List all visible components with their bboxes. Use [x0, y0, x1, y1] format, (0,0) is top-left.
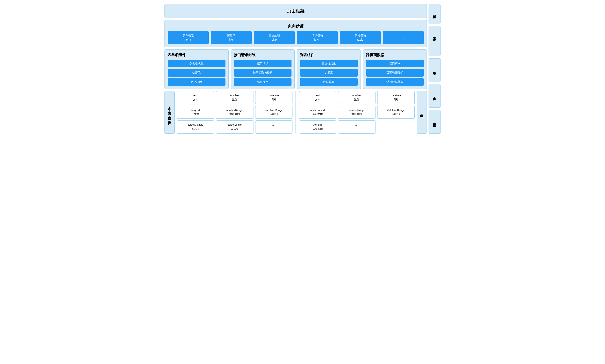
- sidebar-config-mgmt[interactable]: 配置管理: [429, 4, 441, 24]
- table-comp-label: 表格组件: [417, 91, 427, 134]
- sidebar-auth-verify[interactable]: 权限校验: [429, 58, 441, 82]
- type-datetime-range[interactable]: datetimeRange 日期区间: [255, 106, 293, 119]
- list-data-format[interactable]: 数据格式化: [300, 60, 358, 67]
- sidebar-api-config-label: 接口配置化: [432, 121, 437, 123]
- type-longtext[interactable]: longtext 长文本: [177, 106, 214, 119]
- step-table-zh: 表格模块: [341, 33, 379, 38]
- step-more[interactable]: ...: [383, 31, 424, 44]
- cross-result-fetch[interactable]: 结果数据获取: [366, 78, 424, 86]
- page-frame: 页面框架: [164, 4, 427, 18]
- type-select-single[interactable]: selectSingle 单选项: [216, 120, 253, 134]
- list-component-title: 列表组件: [300, 52, 358, 57]
- sidebar-table-comp[interactable]: 表格组件: [429, 84, 441, 108]
- api-request[interactable]: 接口请求: [234, 60, 292, 67]
- type-text[interactable]: text 文本: [177, 91, 214, 104]
- api-result-validate[interactable]: 结果获取与校验: [234, 69, 292, 77]
- type-number[interactable]: number 数值: [216, 91, 253, 104]
- step-form-en: form: [169, 38, 207, 42]
- list-type-datetime-range[interactable]: datetimeRange 日期区间: [377, 106, 415, 119]
- list-type-number-range[interactable]: numberRange 数值区间: [338, 106, 376, 119]
- list-type-text[interactable]: text 文本: [299, 91, 337, 104]
- step-table-en: table: [341, 38, 379, 42]
- list-type-aenum[interactable]: Aenum 选项展示: [299, 120, 337, 134]
- list-type-datetime[interactable]: datetime 日期: [377, 91, 415, 104]
- sidebar-more-extend-label: 更多扩展···: [432, 35, 437, 47]
- outer-wrapper: 页面框架 页面步骤 表单创建 form 筛选项 filter 数据处理 skip: [164, 4, 441, 134]
- step-skip-en: skip: [255, 38, 293, 42]
- type-datetime[interactable]: datetime 日期: [255, 91, 293, 104]
- bottom-left-label: 表单/筛选/数据/组件: [164, 91, 175, 134]
- steps-section-title: 页面步骤: [168, 23, 424, 29]
- right-sidebar: 配置管理 更多扩展··· 权限校验 表格组件 接口配置化: [429, 4, 441, 134]
- step-skip-zh: 数据处理: [255, 33, 293, 38]
- step-form[interactable]: 表单创建 form: [168, 31, 209, 44]
- step-filter-zh: 筛选项: [212, 33, 250, 38]
- list-data-validate[interactable]: 数据校验: [300, 78, 358, 86]
- step-filter[interactable]: 筛选项 filter: [211, 31, 252, 44]
- step-table[interactable]: 表格模块 table: [340, 31, 381, 44]
- step-more-label: ...: [402, 35, 405, 40]
- table-comp-label-text: 表格组件: [419, 111, 424, 113]
- step-skip[interactable]: 数据处理 skip: [254, 31, 295, 44]
- form-data-format[interactable]: 数据格式化: [168, 60, 225, 67]
- list-ui-display[interactable]: UI展示: [300, 69, 358, 77]
- step-filter-en: filter: [212, 38, 250, 42]
- list-type-more[interactable]: ....: [338, 120, 376, 134]
- steps-row: 表单创建 form 筛选项 filter 数据处理 skip 请求模块 fetc…: [168, 31, 424, 44]
- sidebar-table-comp-label: 表格组件: [432, 95, 437, 97]
- sidebar-more-extend[interactable]: 更多扩展···: [429, 26, 441, 56]
- step-fetch-zh: 请求模块: [298, 33, 336, 38]
- vertical-divider: [295, 91, 296, 134]
- form-types-grid: text 文本 number 数值 datetime 日期 longtext 长…: [177, 91, 293, 134]
- step-fetch-en: fetch: [298, 38, 336, 42]
- step-fetch[interactable]: 请求模块 fetch: [297, 31, 338, 44]
- form-component-title: 表单项组件: [168, 52, 225, 57]
- type-select-multiple[interactable]: selectMultiple 多选项: [177, 120, 214, 134]
- page-frame-title: 页面框架: [169, 8, 423, 14]
- form-data-validate[interactable]: 数据校验: [168, 78, 225, 86]
- list-component-box: 列表组件 数据格式化 UI展示 数据校验: [297, 49, 361, 89]
- list-type-multirow-text[interactable]: multirowText 多行文本: [299, 106, 337, 119]
- cross-page-transfer[interactable]: 页面数据传递: [366, 69, 424, 77]
- list-type-number[interactable]: number 数值: [338, 91, 376, 104]
- sidebar-config-mgmt-label: 配置管理: [432, 13, 437, 15]
- type-number-range[interactable]: numberRange 数值区间: [216, 106, 253, 119]
- cross-api-request[interactable]: 接口请求: [366, 60, 424, 67]
- main-content: 页面框架 页面步骤 表单创建 form 筛选项 filter 数据处理 skip: [164, 4, 427, 134]
- page-steps-section: 页面步骤 表单创建 form 筛选项 filter 数据处理 skip 请求模块…: [164, 20, 427, 47]
- cross-page-box: 跨页面数据 接口请求 页面数据传递 结果数据获取: [363, 49, 427, 89]
- step-form-zh: 表单创建: [169, 33, 207, 38]
- type-form-more[interactable]: ....: [255, 120, 293, 134]
- sidebar-auth-verify-label: 权限校验: [432, 69, 437, 71]
- api-component-box: 接口请求封装 接口请求 结果获取与校验 结果展示: [231, 49, 295, 89]
- list-types-grid: text 文本 number 数值 datetime 日期 multirowTe…: [299, 91, 415, 134]
- sidebar-api-config[interactable]: 接口配置化: [429, 110, 441, 134]
- bottom-section: 表单/筛选/数据/组件 text 文本 number 数值 datetime 日…: [164, 91, 427, 134]
- form-component-box: 表单项组件 数据格式化 UI展示 数据校验: [164, 49, 229, 89]
- bottom-left-label-text: 表单/筛选/数据/组件: [167, 105, 172, 120]
- middle-section: 表单项组件 数据格式化 UI展示 数据校验 接口请求封装 接口请求 结果获取与校…: [164, 49, 427, 89]
- form-ui-display[interactable]: UI展示: [168, 69, 225, 77]
- cross-page-title: 跨页面数据: [366, 52, 424, 57]
- api-result-display[interactable]: 结果展示: [234, 78, 292, 86]
- api-component-title: 接口请求封装: [234, 52, 292, 57]
